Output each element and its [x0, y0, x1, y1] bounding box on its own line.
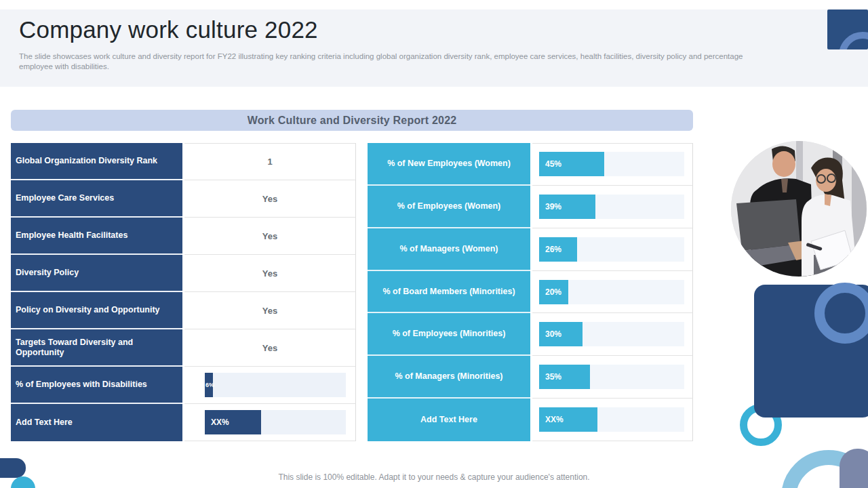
table-row: % of Managers (Minorities) 35% — [368, 356, 693, 399]
row-label: Employee Care Services — [16, 193, 114, 203]
table-row: Targets Toward Diversity and Opportunity… — [11, 329, 356, 367]
row-label: % of Board Members (Minorities) — [382, 287, 515, 297]
row-label-cell: Targets Toward Diversity and Opportunity — [11, 329, 182, 367]
row-label: Targets Toward Diversity and Opportunity — [16, 338, 134, 358]
row-label: Policy on Diversity and Opportunity — [16, 305, 160, 315]
bar-track: 26% — [539, 237, 684, 262]
table-row: % of Managers (Women) 26% — [368, 228, 693, 271]
bar-track: 6% — [205, 373, 346, 397]
row-label-cell: Employee Care Services — [11, 180, 182, 218]
bar-value-label: 26% — [539, 245, 561, 254]
bar-value-label: 39% — [539, 202, 561, 211]
row-label: % of Managers (Women) — [400, 244, 498, 254]
bar-value-label: XX% — [205, 418, 229, 427]
bar-track: XX% — [539, 407, 684, 432]
bar-value-label: 20% — [539, 287, 561, 297]
table-row: Employee Care Services Yes — [11, 180, 356, 218]
table-row: % of Board Members (Minorities) 20% — [368, 271, 693, 314]
row-value-cell: Yes — [184, 180, 356, 218]
ring-icon — [839, 32, 868, 49]
row-label-cell: % of Employees with Disabilities — [11, 367, 182, 404]
row-value: Yes — [262, 343, 277, 353]
row-label-cell: Employee Health Facilitates — [11, 218, 182, 255]
bar-fill: 39% — [539, 195, 595, 219]
row-value-cell: 1 — [184, 143, 356, 180]
table-row: % of Employees with Disabilities 6% — [11, 367, 356, 404]
table-row: % of Employees (Minorities) 30% — [368, 313, 693, 356]
row-value-cell: XX% — [532, 399, 693, 441]
row-label-cell: Global Organization Diversity Rank — [11, 143, 182, 180]
table-row: Global Organization Diversity Rank 1 — [11, 143, 356, 180]
row-value-cell: Yes — [184, 292, 356, 329]
row-label: Add Text Here — [16, 418, 73, 428]
bar-value-label: XX% — [539, 415, 564, 424]
row-label: % of New Employees (Women) — [387, 159, 511, 169]
row-label: Employee Health Facilitates — [16, 230, 127, 241]
team-photo — [731, 141, 867, 277]
row-label-cell: % of New Employees (Women) — [368, 143, 530, 186]
bar-track: 39% — [539, 195, 684, 219]
row-label-cell: Add Text Here — [11, 404, 182, 441]
bar-track: 20% — [539, 280, 684, 304]
row-value: Yes — [262, 268, 277, 279]
row-value-cell: 6% — [184, 367, 356, 404]
row-label: Diversity Policy — [16, 268, 79, 278]
row-label: % of Managers (Minorities) — [395, 371, 502, 382]
section-banner: Work Culture and Diversity Report 2022 — [11, 110, 693, 131]
table-row: Add Text Here XX% — [11, 404, 356, 441]
row-label: % of Employees (Women) — [397, 201, 501, 211]
row-value-cell: 35% — [532, 356, 693, 399]
percentages-table: % of New Employees (Women) 45% % of Empl… — [368, 143, 693, 441]
row-label-cell: % of Managers (Women) — [368, 228, 530, 271]
section-banner-title: Work Culture and Diversity Report 2022 — [248, 115, 457, 127]
row-value-cell: Yes — [184, 218, 356, 255]
team-photo-illustration — [731, 141, 867, 277]
row-value-cell: Yes — [184, 255, 356, 292]
row-value-cell: 39% — [532, 186, 693, 228]
table-row: Add Text Here XX% — [368, 399, 693, 441]
row-value-cell: XX% — [184, 404, 356, 441]
row-label-cell: % of Employees (Women) — [368, 186, 530, 228]
bar-fill: XX% — [205, 410, 261, 434]
row-value-cell: 26% — [532, 228, 693, 271]
bar-fill: 20% — [539, 280, 568, 304]
row-value: Yes — [262, 194, 277, 204]
bar-value-label: 45% — [539, 159, 561, 169]
bar-track: 45% — [539, 152, 684, 176]
row-value-cell: 30% — [532, 313, 693, 356]
row-value: Yes — [262, 231, 277, 241]
row-label: Add Text Here — [420, 415, 477, 425]
bar-track: 35% — [539, 365, 684, 389]
row-label-cell: % of Employees (Minorities) — [368, 313, 530, 356]
row-value-cell: 20% — [532, 271, 693, 314]
table-row: Diversity Policy Yes — [11, 255, 356, 292]
bar-track: 30% — [539, 322, 684, 346]
bar-value-label: 30% — [539, 329, 561, 339]
table-row: Policy on Diversity and Opportunity Yes — [11, 292, 356, 329]
bar-fill: 35% — [539, 365, 590, 389]
table-row: % of Employees (Women) 39% — [368, 186, 693, 228]
bar-fill: 30% — [539, 322, 583, 346]
bar-fill: 45% — [539, 152, 604, 176]
bar-fill: 26% — [539, 237, 577, 262]
row-value: 1 — [267, 157, 272, 167]
row-label-cell: % of Managers (Minorities) — [368, 356, 530, 399]
bar-value-label: 35% — [539, 372, 561, 382]
footer-note: This slide is 100% editable. Adapt it to… — [0, 472, 868, 482]
row-label: % of Employees (Minorities) — [393, 329, 506, 339]
table-row: % of New Employees (Women) 45% — [368, 143, 693, 186]
row-value: Yes — [262, 306, 277, 316]
row-label-cell: Add Text Here — [368, 399, 530, 441]
row-label-cell: Diversity Policy — [11, 255, 182, 292]
row-label: Global Organization Diversity Rank — [16, 156, 157, 166]
page-title: Company work culture 2022 — [19, 16, 318, 43]
slide-subtitle: The slide showcases work culture and div… — [19, 52, 778, 72]
row-label-cell: Policy on Diversity and Opportunity — [11, 292, 182, 329]
bar-fill: 6% — [205, 373, 213, 397]
bar-track: XX% — [205, 410, 346, 434]
bar-fill: XX% — [539, 407, 597, 432]
table-row: Employee Health Facilitates Yes — [11, 218, 356, 255]
bar-value-label: 6% — [205, 382, 214, 388]
row-label: % of Employees with Disabilities — [16, 380, 147, 390]
row-value-cell: Yes — [184, 329, 356, 367]
